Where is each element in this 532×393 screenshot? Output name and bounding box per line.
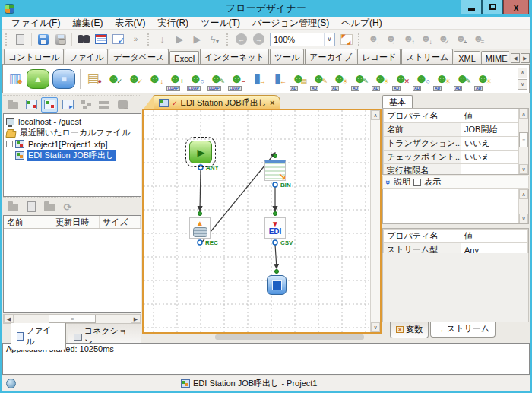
scroll-up-icon[interactable]: ∧: [519, 109, 528, 119]
scroll-down-icon[interactable]: ∨: [371, 322, 380, 332]
log-output[interactable]: Application started: 10250ms: [2, 343, 530, 375]
start-node-icon[interactable]: ▲: [27, 69, 49, 89]
collapse-icon[interactable]: [6, 141, 13, 147]
record-get-node[interactable]: [189, 217, 211, 239]
file-list-column-header[interactable]: 更新日時: [52, 216, 100, 228]
show-description-checkbox[interactable]: [413, 179, 421, 186]
description-text[interactable]: [383, 189, 518, 223]
stream-value-header[interactable]: 値: [461, 230, 528, 243]
vcs-update-button[interactable]: [399, 31, 416, 47]
tab-xml[interactable]: XML: [454, 51, 480, 65]
tab-stream[interactable]: ストリーム: [430, 322, 496, 338]
tab-variables[interactable]: 変数: [390, 322, 429, 338]
start-node[interactable]: [189, 141, 212, 163]
flow-canvas[interactable]: ANYRECBINCSVEDI: [144, 110, 380, 332]
toolbar-overflow-button[interactable]: [127, 31, 144, 47]
property-value-header[interactable]: 値: [461, 109, 518, 123]
scroll-down-icon[interactable]: ∨: [519, 164, 528, 174]
forward-button[interactable]: →: [250, 31, 268, 47]
auth-form-node[interactable]: [264, 160, 286, 181]
step-run-button[interactable]: ↓: [154, 31, 171, 47]
ad-user-search-icon[interactable]: ☻ ○ AD: [411, 66, 432, 92]
scroll-up-icon[interactable]: ∧: [519, 189, 528, 199]
ad-user-delete-icon[interactable]: ☻ ✕ AD: [391, 66, 411, 92]
tree-item-project1[interactable]: Project1[Project1.xfp]: [5, 138, 140, 150]
auth-form-icon[interactable]: ▥ ☻: [5, 66, 25, 92]
files-move-button[interactable]: [41, 199, 58, 214]
tab-mime[interactable]: MIME: [481, 51, 509, 65]
ad-user-add-icon[interactable]: ☻ ☀ AD: [329, 66, 350, 92]
toolbar-grip[interactable]: [226, 33, 230, 46]
tab-scroll-right-icon[interactable]: ▶: [521, 53, 530, 63]
back-button[interactable]: ←: [233, 31, 250, 47]
file-list-column-header[interactable]: 名前: [4, 216, 52, 228]
ad-group-add-icon[interactable]: ☻ ☀ AD: [432, 66, 452, 92]
open-project-button[interactable]: [5, 97, 21, 113]
stop-node-icon[interactable]: ■: [52, 69, 75, 89]
tab-stream[interactable]: ストリーム: [401, 49, 453, 65]
stream-name-header[interactable]: プロパティ名: [384, 230, 461, 243]
toolbar-grip[interactable]: [358, 33, 362, 46]
scroll-down-icon[interactable]: ∨: [519, 214, 528, 223]
menu-help[interactable]: ヘルプ(H): [335, 16, 388, 30]
scroll-left-icon[interactable]: ◀: [4, 315, 14, 323]
palette-scroll-down-icon[interactable]: ∨: [518, 79, 527, 90]
tab-close-icon[interactable]: [270, 98, 274, 107]
ldap-user-remove-icon[interactable]: ☻ − LDAP: [226, 66, 247, 92]
debug-run-button[interactable]: ▶: [188, 31, 206, 47]
dropdown-caret-icon[interactable]: [216, 33, 220, 46]
scroll-right-icon[interactable]: ▶: [131, 315, 141, 323]
certificate-icon[interactable]: ▤ ●: [83, 66, 103, 92]
vscroll-thumb[interactable]: ≡: [519, 132, 528, 147]
find-button[interactable]: [74, 31, 92, 47]
ad-password-icon[interactable]: ☻ ✎ AD: [309, 66, 329, 92]
user-password-icon[interactable]: ☻ ✓: [124, 66, 144, 92]
menu-edit[interactable]: 編集(E): [66, 16, 109, 30]
scroll-up-icon[interactable]: ∧: [371, 110, 380, 120]
tree-item-recent-files[interactable]: 最近開いたローカルファイル: [5, 127, 140, 138]
copy-flow-button[interactable]: [41, 97, 58, 113]
property-row[interactable]: 名前 JOB開始: [384, 123, 518, 137]
vcs-checkout-button[interactable]: [382, 31, 399, 47]
edi-node[interactable]: EDI: [264, 217, 286, 239]
menu-file[interactable]: ファイル(F): [5, 16, 66, 30]
login-icon[interactable]: ▮ →: [247, 66, 268, 92]
export-button[interactable]: [114, 97, 131, 113]
maximize-button[interactable]: [482, 0, 503, 14]
ldap-user-edit-icon[interactable]: ☻ ✎ LDAP: [206, 66, 226, 92]
logout-icon[interactable]: ▮ ←: [268, 66, 288, 92]
zoom-dropdown-icon[interactable]: [324, 33, 334, 46]
flow-properties-button[interactable]: [59, 97, 76, 113]
vcs-add-button[interactable]: [451, 31, 469, 47]
save-button[interactable]: [34, 31, 52, 47]
document-tab[interactable]: EDI Station JOB呼出し: [153, 95, 280, 109]
tab-control[interactable]: コントロール: [4, 49, 64, 65]
files-refresh-button[interactable]: [59, 199, 76, 214]
files-new-button[interactable]: [23, 199, 40, 214]
tab-scroll-left-icon[interactable]: ◀: [511, 53, 520, 63]
quick-run-button[interactable]: ϟ: [206, 31, 223, 47]
zoom-combobox[interactable]: 100%: [270, 33, 335, 46]
fit-to-window-button[interactable]: [337, 31, 355, 47]
save-all-button[interactable]: [52, 31, 69, 47]
file-list-column-header[interactable]: サイズ: [100, 216, 141, 228]
tab-archive[interactable]: アーカイブ: [305, 49, 356, 65]
tab-files[interactable]: ファイル: [11, 323, 66, 350]
new-flow-button[interactable]: [23, 97, 40, 113]
chevron-double-down-icon[interactable]: [384, 179, 393, 184]
form-edit-button[interactable]: [109, 31, 127, 47]
ad-group-update-icon[interactable]: ☻ ☀ AD: [473, 66, 493, 92]
property-name-header[interactable]: プロパティ名: [384, 109, 461, 123]
palette-scroll-up-icon[interactable]: ∧: [518, 68, 527, 78]
tab-tools[interactable]: ツール: [270, 49, 305, 65]
tab-basic[interactable]: 基本: [382, 95, 413, 108]
toolbar-grip[interactable]: [5, 33, 9, 46]
ad-certificate-icon[interactable]: ☻ ▤ AD: [288, 66, 309, 92]
menu-version-control[interactable]: バージョン管理(S): [246, 16, 335, 30]
tab-database[interactable]: データベース: [109, 49, 169, 65]
menu-tools[interactable]: ツール(T): [195, 16, 246, 30]
ad-user-edit-icon[interactable]: ☻ ✎ AD: [350, 66, 370, 92]
ldap-user-search-icon[interactable]: ☻ ○ LDAP: [185, 66, 206, 92]
property-row[interactable]: トランザクション... いいえ: [384, 137, 518, 151]
vcs-commit-button[interactable]: [416, 31, 434, 47]
